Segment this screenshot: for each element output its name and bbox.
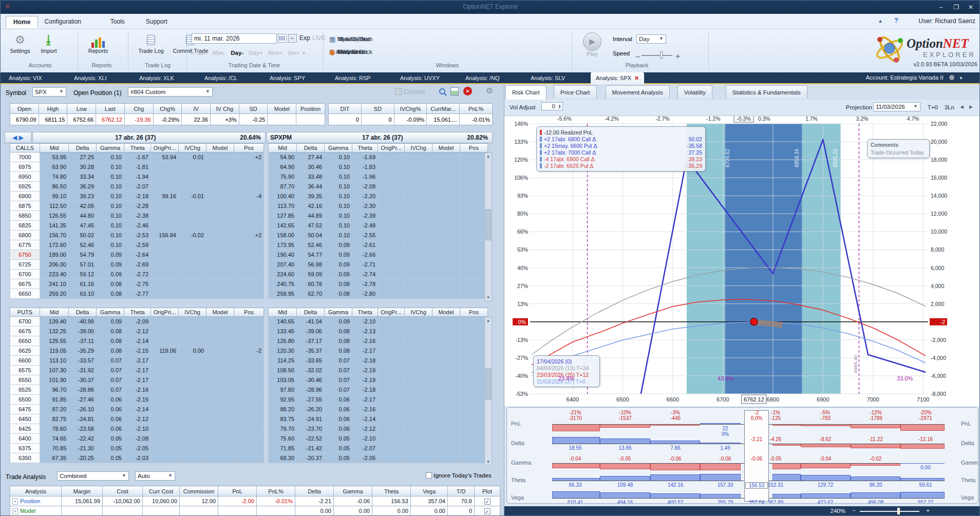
cell[interactable] <box>179 221 206 231</box>
cell-b[interactable]: 27.44 <box>297 152 325 162</box>
projection-prev-icon[interactable]: ◀ <box>960 104 964 109</box>
cell-b[interactable] <box>405 270 432 279</box>
cell[interactable] <box>151 405 179 414</box>
cell-b[interactable] <box>460 366 488 375</box>
ta-header-cost[interactable]: Cost <box>103 486 143 496</box>
chain-row-6575[interactable]: 6575107.30-31.920.07-2.17108.50-32.020.0… <box>10 366 488 375</box>
cell[interactable] <box>234 424 264 434</box>
step-fwd-chevron[interactable]: » <box>302 49 306 56</box>
projection-lines-label[interactable]: 3Ln <box>945 104 954 110</box>
help-icon[interactable]: ? <box>894 16 898 24</box>
strike-7000[interactable]: 7000 <box>10 152 40 162</box>
cell[interactable]: -2.69 <box>124 260 151 270</box>
cell-b[interactable] <box>405 250 432 260</box>
cell[interactable]: -22.42 <box>69 434 97 444</box>
risk-tab-movement-analysis[interactable]: Movement Analysis <box>606 85 670 99</box>
cell-b[interactable] <box>405 444 432 453</box>
cell-b[interactable] <box>460 375 488 385</box>
cell[interactable]: 0.05 <box>97 434 124 444</box>
quote-value--0.29%[interactable]: -0.29% <box>153 114 182 125</box>
cell-b[interactable]: -2.19 <box>352 375 378 385</box>
cell[interactable] <box>234 270 264 279</box>
cell[interactable] <box>179 317 206 327</box>
chain-row-6800[interactable]: 6800156.7050.020.10-2.53156.84-0.02+2158… <box>10 231 488 240</box>
cell-b[interactable] <box>460 221 488 231</box>
cell-b[interactable] <box>405 424 432 434</box>
col-header-b-gamma[interactable]: Gamma <box>325 308 352 317</box>
cell-b[interactable]: 190.40 <box>269 250 297 260</box>
cell-b[interactable]: 0.06 <box>325 405 352 414</box>
cell-b[interactable]: -2.78 <box>352 279 378 289</box>
cell-b[interactable] <box>460 336 488 346</box>
cell[interactable] <box>179 385 206 395</box>
risk-tab-price-chart[interactable]: Price Chart <box>554 85 597 99</box>
cell[interactable] <box>234 250 264 260</box>
cell[interactable] <box>179 172 206 182</box>
projection-next-icon[interactable]: ▶ <box>969 104 973 109</box>
cell[interactable]: 52.46 <box>69 240 97 250</box>
cell[interactable]: -2.72 <box>124 270 151 279</box>
cell[interactable]: -26.10 <box>69 405 97 414</box>
strike-6525[interactable]: 6525 <box>10 385 40 395</box>
cell-b[interactable]: 173.95 <box>269 240 297 250</box>
col-header-b-theta[interactable]: Theta <box>352 144 378 152</box>
cell-b[interactable]: 0.08 <box>325 346 352 356</box>
cell-b[interactable]: 75.60 <box>269 434 297 444</box>
cell[interactable] <box>234 434 264 444</box>
cell-b[interactable] <box>378 260 405 270</box>
cell-b[interactable]: 88.20 <box>269 405 297 414</box>
chain-row-6775[interactable]: 6775172.6052.460.10-2.59173.9552.460.09-… <box>10 240 488 250</box>
calls-scrollbar[interactable]: ▲▼ <box>484 152 492 301</box>
cell-b[interactable]: -2.05 <box>352 453 378 463</box>
cell-b[interactable] <box>432 317 460 327</box>
col-header-model[interactable]: Model <box>206 308 234 317</box>
cell-b[interactable]: -32.02 <box>297 366 325 375</box>
speed-minus[interactable]: − <box>635 52 640 62</box>
cell[interactable]: 0.05 <box>97 453 124 463</box>
col-header-b-theta[interactable]: Theta <box>352 308 378 317</box>
cell-b[interactable] <box>405 375 432 385</box>
cell[interactable] <box>234 172 264 182</box>
cell[interactable]: 86.50 <box>40 182 69 192</box>
cell[interactable]: -2.12 <box>124 327 151 336</box>
col-header-b-mid[interactable]: Mid <box>269 144 297 152</box>
cell-b[interactable] <box>432 182 460 192</box>
cell[interactable]: 70.85 <box>40 444 69 453</box>
cell-b[interactable]: 52.46 <box>297 240 325 250</box>
cell[interactable]: 0.09 <box>97 270 124 279</box>
cell[interactable]: 172.60 <box>40 240 69 250</box>
cell-b[interactable] <box>405 453 432 463</box>
cell-b[interactable]: 30.46 <box>297 162 325 172</box>
cell[interactable] <box>179 414 206 424</box>
cell[interactable]: -2.17 <box>124 366 151 375</box>
cell[interactable] <box>206 405 234 414</box>
cell-b[interactable] <box>432 356 460 366</box>
cell[interactable]: 63.10 <box>69 289 97 299</box>
cell-b[interactable] <box>405 317 432 327</box>
cell-b[interactable] <box>405 327 432 336</box>
cell[interactable] <box>151 385 179 395</box>
cell-b[interactable]: 59.09 <box>297 270 325 279</box>
cell-b[interactable] <box>432 375 460 385</box>
cell[interactable] <box>206 231 234 240</box>
cell-b[interactable] <box>460 434 488 444</box>
cell-b[interactable] <box>460 201 488 211</box>
cell[interactable]: 0.10 <box>97 152 124 162</box>
risk-tab-statistics---fundamentals[interactable]: Statistics & Fundamentals <box>726 85 807 99</box>
risk-tab-risk-chart[interactable]: Risk Chart <box>505 85 546 100</box>
chain-row-6450[interactable]: 645082.75-24.810.06-2.1283.75-24.910.06-… <box>10 414 488 424</box>
col-header-pos[interactable]: Pos <box>234 308 264 317</box>
col-header-origpri[interactable]: OrigPri... <box>151 144 179 152</box>
cell[interactable] <box>179 279 206 289</box>
strike-6700[interactable]: 6700 <box>10 317 40 327</box>
ignore-trades-checkbox[interactable]: Ignore Today's Trades <box>426 472 492 479</box>
cell[interactable]: 0.06 <box>97 414 124 424</box>
cell[interactable]: -1.81 <box>124 162 151 172</box>
cell-b[interactable] <box>378 366 405 375</box>
cell[interactable] <box>206 289 234 299</box>
cell[interactable]: -2.12 <box>124 414 151 424</box>
cell[interactable] <box>206 444 234 453</box>
cell-b[interactable]: 133.45 <box>269 327 297 336</box>
strike-6575[interactable]: 6575 <box>10 366 40 375</box>
risk-chart-area[interactable]: 6627.776704.626858.346935.206429.406965.… <box>504 116 980 406</box>
